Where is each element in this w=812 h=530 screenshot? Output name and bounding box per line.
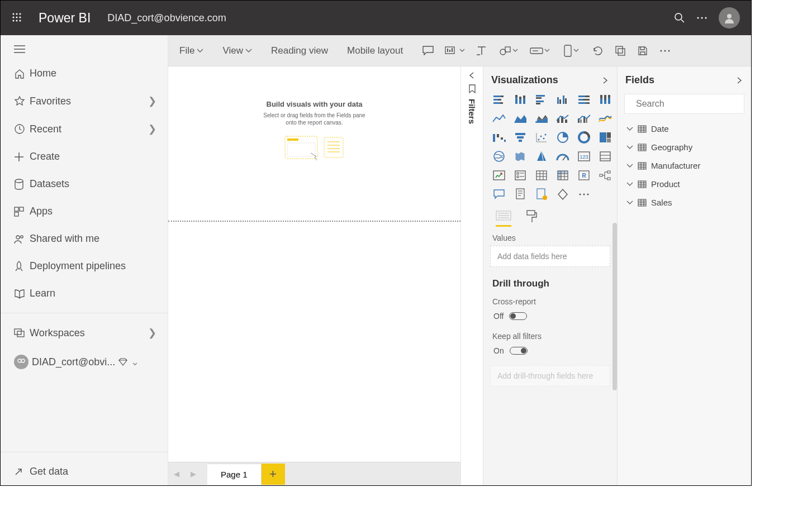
- search-button[interactable]: [668, 12, 691, 23]
- ribbon-more-button[interactable]: [656, 49, 675, 52]
- filters-pane-collapsed[interactable]: Filters: [460, 66, 483, 485]
- svg-rect-61: [519, 99, 521, 104]
- shapes-button[interactable]: [495, 45, 523, 56]
- collapse-viz-pane[interactable]: [601, 77, 609, 84]
- report-canvas[interactable]: Build visuals with your data Select or d…: [168, 66, 460, 462]
- page-nav-prev[interactable]: ◀: [168, 470, 185, 478]
- table-icon: [638, 144, 647, 151]
- stacked-bar-chart-icon[interactable]: [490, 92, 508, 107]
- nav-workspaces[interactable]: Workspaces ❯: [1, 319, 168, 347]
- view-menu[interactable]: View: [219, 42, 255, 60]
- hundred-stacked-bar-icon[interactable]: [575, 92, 593, 107]
- cross-report-toggle[interactable]: [509, 312, 527, 320]
- hundred-stacked-column-icon[interactable]: [596, 92, 614, 107]
- collapse-fields-pane[interactable]: [735, 77, 743, 84]
- filled-map-icon[interactable]: [511, 149, 529, 164]
- fields-tab-icon: [496, 210, 511, 221]
- fields-search[interactable]: [624, 94, 744, 114]
- reading-view-button[interactable]: Reading view: [268, 42, 331, 60]
- decomposition-tree-icon[interactable]: [596, 168, 614, 183]
- star-icon: [14, 96, 30, 107]
- nav-home[interactable]: Home: [1, 60, 168, 87]
- nav-apps[interactable]: Apps: [1, 198, 168, 225]
- field-table-label: Manufacturer: [651, 161, 700, 170]
- line-chart-icon[interactable]: [490, 111, 508, 126]
- svg-point-101: [538, 139, 540, 141]
- funnel-chart-icon[interactable]: [511, 130, 529, 145]
- area-chart-icon[interactable]: [511, 111, 529, 126]
- fields-tab[interactable]: [496, 210, 511, 227]
- field-table-date[interactable]: Date: [618, 120, 751, 138]
- svg-rect-121: [517, 176, 519, 178]
- treemap-chart-icon[interactable]: [596, 130, 614, 145]
- nav-datasets[interactable]: Datasets: [1, 170, 168, 198]
- mobile-layout-button[interactable]: Mobile layout: [344, 42, 406, 60]
- svg-rect-114: [600, 152, 610, 161]
- card-icon[interactable]: 123: [575, 149, 593, 164]
- stacked-area-chart-icon[interactable]: [533, 111, 550, 126]
- r-visual-icon[interactable]: R: [575, 168, 593, 183]
- field-table-geography[interactable]: Geography: [618, 138, 751, 156]
- donut-chart-icon[interactable]: [575, 130, 593, 145]
- qa-visual-icon[interactable]: [490, 187, 508, 202]
- map-icon[interactable]: [490, 149, 508, 164]
- textbox-button[interactable]: [472, 45, 491, 56]
- page-tab[interactable]: Page 1: [207, 464, 262, 485]
- azure-map-icon[interactable]: [533, 149, 550, 164]
- fields-search-input[interactable]: [636, 99, 748, 109]
- scatter-chart-icon[interactable]: [533, 130, 550, 145]
- format-tab[interactable]: [526, 210, 537, 227]
- app-launcher-icon[interactable]: [12, 12, 23, 23]
- field-table-sales[interactable]: Sales: [618, 193, 751, 212]
- nav-collapse-button[interactable]: [1, 35, 168, 60]
- waterfall-chart-icon[interactable]: [490, 130, 508, 145]
- nav-recent[interactable]: Recent ❯: [1, 115, 168, 143]
- field-table-product[interactable]: Product: [618, 175, 751, 193]
- clustered-bar-chart-icon[interactable]: [533, 92, 550, 107]
- nav-learn[interactable]: Learn: [1, 280, 168, 307]
- gauge-chart-icon[interactable]: [554, 149, 572, 164]
- smart-narrative-icon[interactable]: [511, 187, 529, 202]
- keep-filters-toggle[interactable]: [510, 347, 528, 355]
- more-visuals-button[interactable]: [575, 187, 593, 202]
- comment-button[interactable]: [419, 45, 438, 56]
- multi-row-card-icon[interactable]: [596, 149, 614, 164]
- power-apps-visual-icon[interactable]: [554, 187, 572, 202]
- pin-visual-button[interactable]: [441, 45, 469, 56]
- nav-pipelines[interactable]: Deployment pipelines: [1, 252, 168, 280]
- paginated-report-icon[interactable]: [533, 187, 550, 202]
- add-page-button[interactable]: +: [262, 464, 285, 485]
- values-drop-well[interactable]: Add data fields here: [490, 246, 610, 267]
- file-menu[interactable]: File: [176, 42, 207, 60]
- kpi-icon[interactable]: [490, 168, 508, 183]
- more-button[interactable]: [691, 16, 713, 20]
- svg-point-2: [20, 13, 21, 15]
- chevron-down-icon: [544, 49, 550, 53]
- nav-get-data[interactable]: Get data: [1, 458, 168, 485]
- table-icon[interactable]: [533, 168, 550, 183]
- refresh-button[interactable]: [588, 45, 607, 56]
- viz-pane-scrollbar[interactable]: [612, 223, 617, 390]
- matrix-icon[interactable]: [554, 168, 572, 183]
- page-nav-next[interactable]: ▶: [185, 470, 202, 478]
- line-stacked-column-icon[interactable]: [554, 111, 572, 126]
- nav-label: Workspaces: [30, 327, 148, 339]
- nav-favorites[interactable]: Favorites ❯: [1, 87, 168, 115]
- line-clustered-column-icon[interactable]: [575, 111, 593, 126]
- nav-shared[interactable]: Shared with me: [1, 225, 168, 252]
- stacked-column-chart-icon[interactable]: [511, 92, 529, 107]
- clustered-column-chart-icon[interactable]: [554, 92, 572, 107]
- drill-fields-drop-well[interactable]: Add drill-through fields here: [490, 365, 610, 386]
- visual-interactions-button[interactable]: [557, 45, 585, 57]
- slicer-icon[interactable]: [511, 168, 529, 183]
- field-table-manufacturer[interactable]: Manufacturer: [618, 156, 751, 175]
- chevron-down-icon: [626, 163, 633, 169]
- pie-chart-icon[interactable]: [554, 130, 572, 145]
- nav-create[interactable]: Create: [1, 143, 168, 170]
- ribbon-chart-icon[interactable]: [596, 111, 614, 126]
- nav-current-workspace[interactable]: DIAD_cort@obvi... ⌄: [1, 347, 168, 377]
- buttons-button[interactable]: [526, 46, 554, 55]
- user-avatar[interactable]: [719, 7, 740, 28]
- duplicate-button[interactable]: [611, 45, 630, 56]
- save-button[interactable]: [633, 45, 652, 56]
